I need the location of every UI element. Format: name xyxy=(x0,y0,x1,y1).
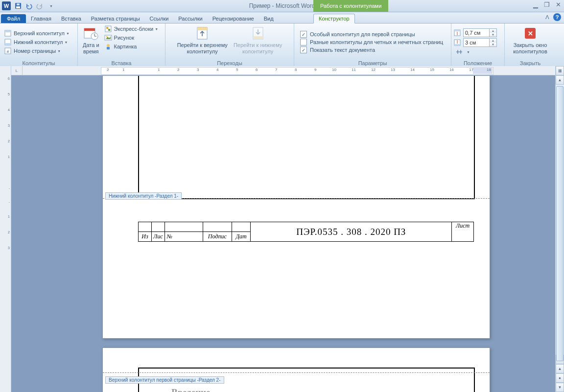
checkbox-icon xyxy=(300,39,307,46)
footer-from-bottom-spinner[interactable]: ▲▼ xyxy=(453,38,497,47)
svg-rect-4 xyxy=(5,30,11,32)
page-1: Нижний колонтитул -Раздел 1- ПЭР.0535 . … xyxy=(102,75,490,339)
svg-rect-6 xyxy=(5,43,11,45)
ruler-toggle-icon[interactable]: ▦ xyxy=(556,66,564,75)
tab-review[interactable]: Рецензирование xyxy=(208,14,259,23)
svg-point-17 xyxy=(106,36,107,38)
different-first-page-checkbox[interactable]: ✓Особый колонтитул для первой страницы xyxy=(298,30,417,38)
scrollbar-thumb[interactable] xyxy=(556,86,564,361)
checkbox-icon: ✓ xyxy=(300,46,307,53)
qat-customize-icon[interactable]: ▼ xyxy=(46,1,55,10)
svg-rect-28 xyxy=(456,51,462,52)
svg-rect-14 xyxy=(108,29,110,31)
save-icon[interactable] xyxy=(14,1,23,10)
svg-rect-10 xyxy=(84,28,95,31)
undo-icon[interactable] xyxy=(24,1,33,10)
calendar-icon xyxy=(83,25,99,41)
footer-button[interactable]: Нижний колонтитул▼ xyxy=(2,38,70,46)
date-time-button[interactable]: Дата и время xyxy=(80,24,102,56)
header-first-section-tag: Верхний колонтитул первой страницы -Разд… xyxy=(105,376,224,384)
restore-button[interactable]: ❐ xyxy=(544,1,550,8)
footer-section-tag: Нижний колонтитул -Раздел 1- xyxy=(105,192,182,200)
page-number-icon: # xyxy=(4,47,12,55)
quick-parts-icon xyxy=(104,25,112,33)
spinner-up-icon[interactable]: ▲ xyxy=(490,29,496,33)
svg-rect-22 xyxy=(253,27,263,39)
svg-rect-21 xyxy=(197,27,207,30)
svg-rect-13 xyxy=(106,27,108,29)
app-icon: W xyxy=(2,1,11,10)
stamp-sheet: Лист xyxy=(452,222,474,242)
svg-rect-1 xyxy=(16,6,20,8)
goto-header-icon xyxy=(194,25,210,41)
tab-references[interactable]: Ссылки xyxy=(145,14,174,23)
svg-rect-25 xyxy=(454,30,460,31)
footer-icon xyxy=(4,38,12,46)
quick-access-toolbar: ▼ xyxy=(14,1,55,10)
tab-mailings[interactable]: Рассылки xyxy=(173,14,207,23)
svg-rect-23 xyxy=(253,36,263,39)
tab-page-layout[interactable]: Разметка страницы xyxy=(86,14,145,23)
doc-heading: Введение xyxy=(171,387,211,392)
previous-page-icon[interactable]: ▲ xyxy=(556,364,564,373)
tab-home[interactable]: Главная xyxy=(26,14,56,23)
svg-rect-2 xyxy=(17,3,20,5)
svg-rect-27 xyxy=(454,44,460,46)
redo-icon[interactable] xyxy=(35,1,44,10)
stamp-code: ПЭР.0535 . 308 . 2020 ПЗ xyxy=(251,222,452,242)
alignment-tab-icon xyxy=(455,48,463,56)
horizontal-ruler[interactable]: 21 123 456 789 101112 131415 161718 xyxy=(23,66,555,75)
page-2: Верхний колонтитул первой страницы -Разд… xyxy=(102,347,490,392)
checkbox-icon: ✓ xyxy=(300,31,307,38)
spinner-down-icon[interactable]: ▼ xyxy=(490,33,496,37)
title-bar: W ▼ Пример - Microsoft Word Работа с кол… xyxy=(0,0,564,12)
header-from-top-spinner[interactable]: ▲▼ xyxy=(453,28,497,37)
vertical-ruler[interactable]: 654 321 -- 123 xyxy=(0,66,11,392)
tab-design[interactable]: Конструктор xyxy=(313,14,355,23)
spinner-up-icon[interactable]: ▲ xyxy=(490,39,496,43)
different-odd-even-checkbox[interactable]: Разные колонтитулы для четных и нечетных… xyxy=(298,38,445,46)
stamp-table: ПЭР.0535 . 308 . 2020 ПЗ Лист Из Лис № П… xyxy=(138,222,474,242)
picture-button[interactable]: Рисунок xyxy=(102,33,161,42)
footer-position-icon xyxy=(453,39,461,46)
help-icon[interactable]: ? xyxy=(553,13,561,21)
goto-header-button[interactable]: Перейти к верхнему колонтитулу xyxy=(174,24,231,56)
contextual-tab-title: Работа с колонтитулами xyxy=(313,0,388,12)
vertical-scrollbar[interactable]: ▦ ▲ ▼ ▲ ● ▼ xyxy=(555,66,564,392)
svg-point-18 xyxy=(107,44,110,47)
header-icon xyxy=(4,29,12,37)
picture-icon xyxy=(104,34,112,42)
footer-from-bottom-input[interactable] xyxy=(463,38,490,47)
browse-object-icon[interactable]: ● xyxy=(556,373,564,383)
clipart-icon xyxy=(104,43,112,50)
document-workspace: 654 321 -- 123 L 21 123 456 789 101112 1… xyxy=(0,66,564,392)
collapse-ribbon-icon[interactable]: ᐱ xyxy=(545,14,549,21)
ribbon-tabs: Файл Главная Вставка Разметка страницы С… xyxy=(0,12,564,23)
close-icon: ✕ xyxy=(525,28,536,39)
minimize-button[interactable]: ▁ xyxy=(533,1,538,8)
svg-text:#: # xyxy=(7,49,9,54)
close-header-footer-button[interactable]: ✕ Закрыть окно колонтитулов xyxy=(510,24,550,56)
ribbon: Верхний колонтитул▼ Нижний колонтитул▼ #… xyxy=(0,23,564,68)
show-document-text-checkbox[interactable]: ✓Показать текст документа xyxy=(298,46,377,54)
goto-footer-button: Перейти к нижнему колонтитулу xyxy=(231,24,285,56)
header-from-top-input[interactable] xyxy=(463,28,490,37)
spinner-down-icon[interactable]: ▼ xyxy=(490,43,496,46)
scroll-up-icon[interactable]: ▲ xyxy=(556,75,564,85)
insert-alignment-tab-button[interactable]: ▼ xyxy=(453,47,472,56)
page-number-button[interactable]: #Номер страницы▼ xyxy=(2,46,63,55)
window-title: Пример - Microsoft Word xyxy=(0,2,564,9)
clipart-button[interactable]: Картинка xyxy=(102,42,161,51)
svg-rect-19 xyxy=(107,47,110,49)
header-button[interactable]: Верхний колонтитул▼ xyxy=(2,29,71,38)
tab-insert[interactable]: Вставка xyxy=(56,14,86,23)
tab-view[interactable]: Вид xyxy=(259,14,279,23)
quick-parts-button[interactable]: Экспресс-блоки▼ xyxy=(102,24,161,33)
header-position-icon xyxy=(453,29,461,37)
next-page-icon[interactable]: ▼ xyxy=(556,383,564,392)
document-canvas[interactable]: Нижний колонтитул -Раздел 1- ПЭР.0535 . … xyxy=(11,75,555,392)
tab-selector[interactable]: L xyxy=(11,66,23,75)
goto-footer-icon xyxy=(250,25,266,41)
tab-file[interactable]: Файл xyxy=(1,14,26,23)
close-window-button[interactable]: ✕ xyxy=(556,1,561,8)
